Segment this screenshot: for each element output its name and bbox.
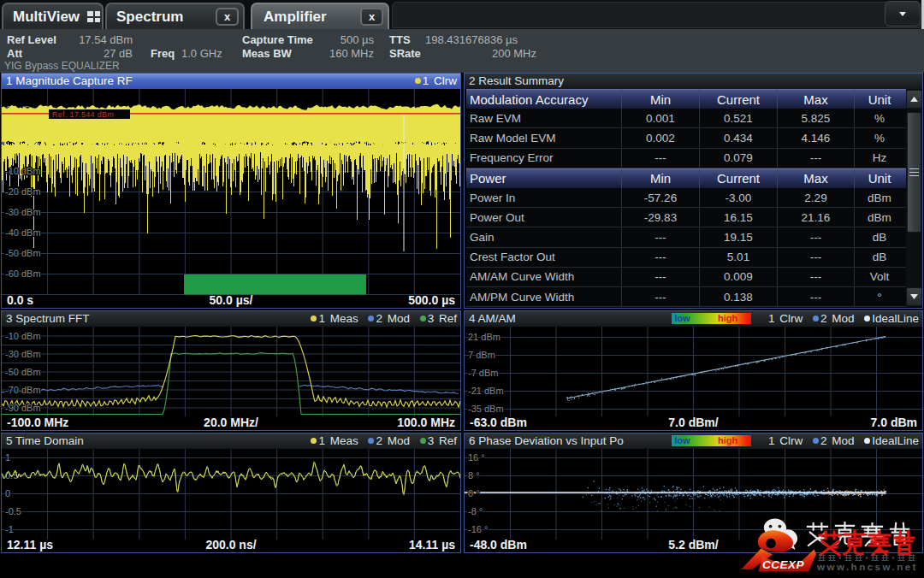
svg-text:-10 dBm: -10 dBm <box>5 331 41 341</box>
svg-text:www.hncsw.net: www.hncsw.net <box>816 562 918 572</box>
svg-text:-1: -1 <box>5 524 14 534</box>
svg-text:-35 dBm: -35 dBm <box>468 404 504 414</box>
svg-text:21 dBm: 21 dBm <box>468 332 500 342</box>
svg-text:-7 dBm: -7 dBm <box>468 368 498 378</box>
svg-text:-50 dBm: -50 dBm <box>5 248 41 258</box>
svg-text:-20 dBm: -20 dBm <box>5 186 41 197</box>
svg-text:CCEXP: CCEXP <box>762 558 805 571</box>
svg-text:Ref. 17.544 dBm: Ref. 17.544 dBm <box>52 110 114 119</box>
svg-text:0 °: 0 ° <box>468 488 480 498</box>
svg-text:-0.5: -0.5 <box>5 506 21 516</box>
svg-text:0: 0 <box>5 488 10 498</box>
svg-text:-50 dBm: -50 dBm <box>5 367 41 377</box>
svg-text:7 dBm: 7 dBm <box>468 350 495 360</box>
svg-text:-8 °: -8 ° <box>468 506 483 516</box>
svg-text:-90 dBm: -90 dBm <box>5 403 41 413</box>
svg-text:1: 1 <box>5 452 10 463</box>
svg-text:-60 dBm: -60 dBm <box>5 268 41 279</box>
svg-text:-16 °: -16 ° <box>468 524 488 534</box>
svg-text:-30 dBm: -30 dBm <box>5 207 41 217</box>
svg-text:-40 dBm: -40 dBm <box>5 227 41 238</box>
svg-text:-10 dBm: -10 dBm <box>5 166 41 176</box>
svg-text:8 °: 8 ° <box>468 470 480 481</box>
svg-text:-21 dBm: -21 dBm <box>468 386 504 396</box>
svg-text:16 °: 16 ° <box>468 452 485 463</box>
svg-text:-30 dBm: -30 dBm <box>5 349 41 359</box>
svg-text:-70 dBm: -70 dBm <box>5 385 41 395</box>
